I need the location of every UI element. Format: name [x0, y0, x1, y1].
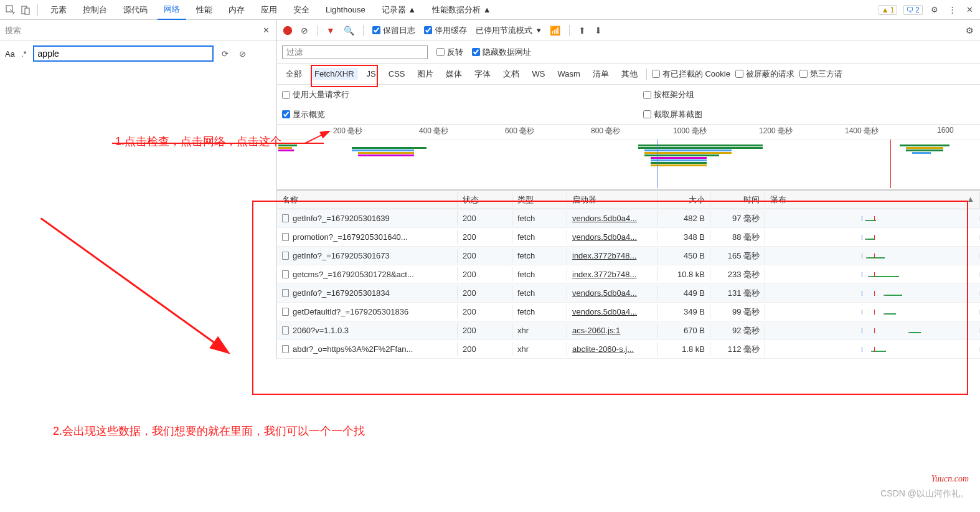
- device-toggle-icon[interactable]: [20, 4, 31, 16]
- settings-icon[interactable]: ⚙: [929, 4, 940, 16]
- record-button[interactable]: [283, 26, 292, 35]
- tab-memory[interactable]: 内存: [222, 1, 251, 19]
- type-css[interactable]: CSS: [385, 68, 409, 80]
- disable-cache-checkbox[interactable]: 停用缓存: [424, 25, 467, 36]
- svg-rect-2: [25, 8, 29, 14]
- hide-data-urls-checkbox[interactable]: 隐藏数据网址: [472, 47, 531, 58]
- annotation-text-2: 2.会出现这些数据，我们想要的就在里面，我们可以一个一个找: [53, 424, 365, 439]
- inspect-icon[interactable]: [5, 4, 16, 16]
- tab-perf-insights[interactable]: 性能数据分析 ▲: [426, 1, 497, 19]
- tab-console[interactable]: 控制台: [77, 1, 113, 19]
- search-icon[interactable]: 🔍: [344, 26, 354, 36]
- blocked-requests-checkbox[interactable]: 被屏蔽的请求: [735, 69, 794, 80]
- file-icon: [282, 214, 289, 222]
- blocked-cookies-checkbox[interactable]: 有已拦截的 Cookie: [652, 69, 730, 80]
- third-party-checkbox[interactable]: 第三方请: [799, 69, 842, 80]
- search-panel: 搜索 ✕ Aa .* ⟳ ⊘: [0, 20, 277, 359]
- network-panel: ⊘ ▼ 🔍 保留日志 停用缓存 已停用节流模式 ▾ 📶 ⬆ ⬇ ⚙ 反转 隐藏数…: [277, 20, 980, 359]
- refresh-search-icon[interactable]: ⟳: [220, 48, 231, 59]
- type-fetch-xhr[interactable]: Fetch/XHR: [311, 68, 358, 80]
- col-name[interactable]: 名称: [277, 192, 458, 208]
- wifi-icon[interactable]: 📶: [550, 26, 560, 36]
- tab-elements[interactable]: 元素: [44, 1, 73, 19]
- search-input[interactable]: [33, 45, 214, 62]
- requests-table: 名称 状态 类型 启动器 大小 时间 瀑布 ▲ getInfo?_=167920…: [277, 190, 980, 359]
- show-overview-checkbox[interactable]: 显示概览: [282, 109, 606, 120]
- separator: [37, 4, 38, 16]
- import-icon[interactable]: ⬆: [578, 26, 586, 36]
- tab-sources[interactable]: 源代码: [117, 1, 154, 19]
- col-status[interactable]: 状态: [458, 192, 512, 208]
- type-font[interactable]: 字体: [471, 67, 494, 81]
- table-row[interactable]: promotion?_=1679205301640...200fetchvend…: [277, 228, 980, 247]
- throttle-select[interactable]: 已停用节流模式 ▾: [476, 25, 541, 36]
- file-icon: [282, 270, 289, 278]
- type-other[interactable]: 其他: [618, 67, 641, 81]
- type-media[interactable]: 媒体: [442, 67, 466, 81]
- table-row[interactable]: abdr?_o=https%3A%2F%2Ffan...200xhrabclit…: [277, 340, 980, 359]
- top-right-controls: ▲ 1 🗨 2 ⚙ ⋮ ✕: [879, 4, 975, 16]
- table-row[interactable]: getDefaultId?_=1679205301836200fetchvend…: [277, 303, 980, 321]
- clear-icon[interactable]: ⊘: [301, 26, 308, 36]
- type-ws[interactable]: WS: [528, 68, 549, 80]
- more-icon[interactable]: ⋮: [946, 4, 958, 16]
- table-row[interactable]: 2060?v=1.1.0.3200xhracs-2060.js:1670 B92…: [277, 321, 980, 340]
- file-icon: [282, 308, 289, 316]
- table-header: 名称 状态 类型 启动器 大小 时间 瀑布 ▲: [277, 191, 980, 209]
- overview-timeline[interactable]: 200 毫秒 400 毫秒 600 毫秒 800 毫秒 1000 毫秒 1200…: [277, 125, 980, 190]
- warnings-badge[interactable]: ▲ 1: [879, 5, 898, 15]
- tab-performance[interactable]: 性能: [190, 1, 219, 19]
- tab-lighthouse[interactable]: Lighthouse: [319, 1, 372, 18]
- table-row[interactable]: getInfo?_=1679205301639200fetchvendors.5…: [277, 209, 980, 228]
- file-icon: [282, 345, 289, 353]
- table-row[interactable]: getInfo?_=1679205301673200fetchindex.377…: [277, 247, 980, 265]
- file-icon: [282, 252, 289, 260]
- export-icon[interactable]: ⬇: [595, 26, 602, 36]
- type-js[interactable]: JS: [363, 68, 380, 80]
- col-size[interactable]: 大小: [658, 192, 710, 208]
- file-icon: [282, 289, 289, 297]
- col-initiator[interactable]: 启动器: [567, 192, 658, 208]
- col-time[interactable]: 时间: [710, 192, 765, 208]
- table-row[interactable]: getInfo?_=1679205301834200fetchvendors.5…: [277, 284, 980, 303]
- tab-network[interactable]: 网络: [158, 0, 186, 20]
- type-wasm[interactable]: Wasm: [554, 68, 583, 80]
- messages-badge[interactable]: 🗨 2: [903, 5, 923, 15]
- close-search-icon[interactable]: ✕: [260, 25, 271, 36]
- network-settings-icon[interactable]: ⚙: [966, 26, 974, 36]
- tab-security[interactable]: 安全: [287, 1, 316, 19]
- col-type[interactable]: 类型: [512, 192, 567, 208]
- file-icon: [282, 326, 289, 334]
- file-icon: [282, 233, 289, 241]
- type-img[interactable]: 图片: [413, 67, 437, 81]
- capture-screenshots-checkbox[interactable]: 截取屏幕截图: [643, 109, 702, 120]
- invert-checkbox[interactable]: 反转: [436, 47, 463, 58]
- regex-toggle[interactable]: .*: [21, 49, 27, 59]
- watermark-csdn: CSDN @以山河作礼。: [880, 488, 969, 500]
- match-case-toggle[interactable]: Aa: [5, 49, 15, 59]
- large-rows-checkbox[interactable]: 使用大量请求行: [282, 89, 606, 100]
- filter-input[interactable]: [282, 45, 428, 59]
- filter-icon[interactable]: ▼: [326, 26, 335, 36]
- type-all[interactable]: 全部: [282, 67, 306, 81]
- watermark-yuucn: Yuucn.com: [931, 474, 969, 484]
- timeline-bars: [277, 142, 980, 186]
- type-manifest[interactable]: 清单: [589, 67, 613, 81]
- type-doc[interactable]: 文档: [499, 67, 523, 81]
- search-placeholder[interactable]: 搜索: [5, 25, 255, 36]
- close-icon[interactable]: ✕: [964, 4, 975, 16]
- tab-recorder[interactable]: 记录器 ▲: [375, 1, 422, 19]
- group-by-frame-checkbox[interactable]: 按框架分组: [643, 89, 694, 100]
- preserve-log-checkbox[interactable]: 保留日志: [372, 25, 415, 36]
- col-waterfall[interactable]: 瀑布 ▲: [765, 192, 980, 208]
- devtools-top-tabs: 元素 控制台 源代码 网络 性能 内存 应用 安全 Lighthouse 记录器…: [0, 0, 980, 20]
- table-row[interactable]: getcms?_=1679205301728&act...200fetchind…: [277, 265, 980, 284]
- clear-search-icon[interactable]: ⊘: [237, 48, 248, 59]
- tab-application[interactable]: 应用: [255, 1, 283, 19]
